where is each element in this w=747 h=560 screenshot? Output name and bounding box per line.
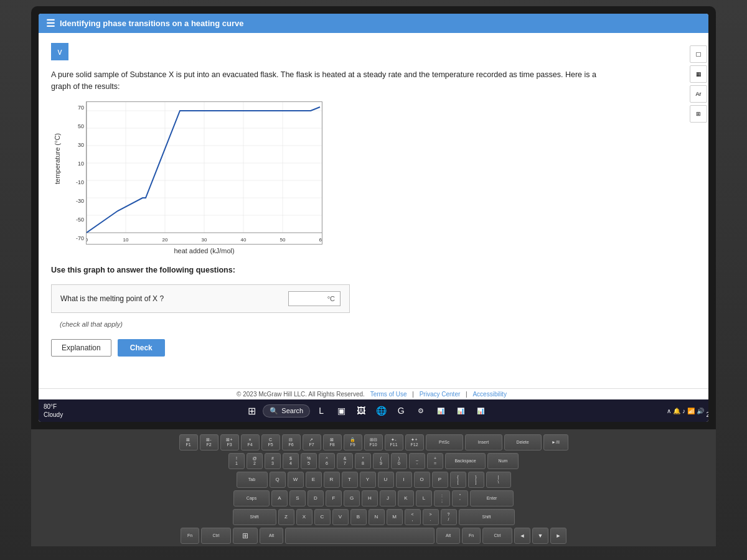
key-windows[interactable]: ⊞ (233, 528, 258, 544)
explanation-button[interactable]: Explanation (51, 339, 111, 357)
key-slash[interactable]: ?/ (441, 509, 457, 525)
key-arrow-left[interactable]: ◄ (514, 528, 530, 544)
key-f8[interactable]: ⊠F8 (323, 434, 342, 450)
key-f7[interactable]: ↗F7 (303, 434, 321, 450)
key-f9[interactable]: 🔒F9 (344, 434, 362, 450)
taskbar-app-5[interactable]: G (392, 402, 410, 419)
taskbar-app-3[interactable]: 🖼 (352, 402, 370, 419)
key-z[interactable]: Z (278, 509, 294, 525)
key-4[interactable]: $4 (283, 453, 299, 469)
key-t[interactable]: T (342, 472, 358, 488)
key-alt-right[interactable]: Alt (436, 528, 460, 544)
key-3[interactable]: #3 (265, 453, 281, 469)
key-0[interactable]: )0 (391, 453, 407, 469)
key-f[interactable]: F (326, 490, 342, 506)
key-6[interactable]: ^6 (319, 453, 335, 469)
key-num[interactable]: Num (487, 453, 519, 469)
key-y[interactable]: Y (360, 472, 376, 488)
key-s[interactable]: S (289, 490, 306, 506)
key-l[interactable]: L (416, 490, 432, 506)
accessibility-link[interactable]: Accessibility (472, 391, 506, 398)
key-alt-left[interactable]: Alt (260, 528, 283, 544)
key-equals[interactable]: += (427, 453, 443, 469)
key-b[interactable]: B (350, 509, 367, 525)
key-o[interactable]: O (414, 472, 430, 488)
key-shift-left[interactable]: Shift (233, 509, 276, 525)
key-e[interactable]: E (306, 472, 322, 488)
key-prtsc[interactable]: PrtSc (426, 434, 463, 450)
key-n[interactable]: N (369, 509, 385, 525)
key-v[interactable]: V (332, 509, 349, 525)
key-8[interactable]: *8 (355, 453, 371, 469)
key-1[interactable]: !1 (228, 453, 245, 469)
key-comma[interactable]: <, (405, 509, 421, 525)
key-delete[interactable]: Delete (504, 434, 542, 450)
key-c[interactable]: C (314, 509, 331, 525)
check-button[interactable]: Check (118, 339, 165, 357)
taskbar-app-1[interactable]: L (312, 402, 330, 419)
key-caps[interactable]: Caps (233, 490, 270, 506)
key-p[interactable]: P (432, 472, 448, 488)
key-space[interactable] (285, 528, 435, 544)
key-enter[interactable]: Enter (470, 490, 514, 506)
sidebar-icon-2[interactable]: ▦ (690, 65, 707, 83)
sidebar-icon-4[interactable]: ⊞ (690, 105, 707, 123)
key-g[interactable]: G (344, 490, 360, 506)
taskbar-chart-3[interactable]: 📊 (472, 402, 489, 419)
key-f10[interactable]: ⊞⊟F10 (364, 434, 383, 450)
key-backslash[interactable]: |\ (486, 472, 511, 488)
taskbar-chart-2[interactable]: 📊 (452, 402, 469, 419)
key-fn-right[interactable]: Fn (462, 528, 481, 544)
key-media-play[interactable]: ►/II (543, 434, 568, 450)
taskbar-app-2[interactable]: ▣ (332, 402, 350, 419)
key-shift-right[interactable]: Shift (459, 509, 515, 525)
taskbar-app-4[interactable]: 🌐 (372, 402, 390, 419)
taskbar-search[interactable]: 🔍 Search (263, 404, 310, 418)
taskbar-app-6[interactable]: ⚙ (412, 402, 430, 419)
key-period[interactable]: >. (423, 509, 439, 525)
key-9[interactable]: (9 (373, 453, 389, 469)
taskbar-chart-1[interactable]: 📊 (432, 402, 449, 419)
key-2[interactable]: @2 (247, 453, 263, 469)
key-bracket-r[interactable]: }] (468, 472, 484, 488)
key-bracket-l[interactable]: {[ (450, 472, 466, 488)
key-semicolon[interactable]: :; (434, 490, 450, 506)
terms-link[interactable]: Terms of Use (370, 391, 407, 398)
key-f4[interactable]: ×F4 (241, 434, 260, 450)
key-q[interactable]: Q (270, 472, 286, 488)
key-f12[interactable]: ✦+F12 (405, 434, 424, 450)
sidebar-icon-1[interactable]: □ (690, 45, 707, 63)
key-x[interactable]: X (296, 509, 312, 525)
key-ctrl-right[interactable]: Ctrl (482, 528, 512, 544)
key-u[interactable]: U (378, 472, 394, 488)
key-f1[interactable]: ⊠F1 (179, 434, 198, 450)
key-j[interactable]: J (380, 490, 396, 506)
key-f6[interactable]: ⊟F6 (282, 434, 301, 450)
key-7[interactable]: &7 (337, 453, 353, 469)
key-f2[interactable]: ⊠-F2 (200, 434, 218, 450)
windows-start-icon[interactable]: ⊞ (243, 402, 260, 419)
key-f11[interactable]: ✦-F11 (385, 434, 403, 450)
privacy-link[interactable]: Privacy Center (420, 391, 461, 398)
answer-input-1[interactable] (294, 294, 325, 303)
menu-icon[interactable]: ☰ (46, 17, 55, 29)
key-quote[interactable]: "' (452, 490, 468, 506)
key-d[interactable]: D (308, 490, 324, 506)
key-m[interactable]: M (387, 509, 403, 525)
key-5[interactable]: %5 (301, 453, 317, 469)
key-arrow-down[interactable]: ▼ (532, 528, 548, 544)
key-insert[interactable]: Insert (465, 434, 502, 450)
key-tab[interactable]: Tab (237, 472, 268, 488)
key-h[interactable]: H (362, 490, 378, 506)
key-f3[interactable]: ⊠+F3 (220, 434, 239, 450)
key-arrow-right[interactable]: ► (550, 528, 566, 544)
key-r[interactable]: R (324, 472, 340, 488)
key-ctrl-left[interactable]: Ctrl (201, 528, 231, 544)
collapse-button[interactable]: v (51, 43, 68, 60)
key-k[interactable]: K (398, 490, 414, 506)
key-w[interactable]: W (288, 472, 304, 488)
key-f5[interactable]: CF5 (261, 434, 280, 450)
key-i[interactable]: I (396, 472, 412, 488)
sidebar-icon-3[interactable]: Ar (690, 85, 707, 103)
key-minus[interactable]: _- (409, 453, 425, 469)
